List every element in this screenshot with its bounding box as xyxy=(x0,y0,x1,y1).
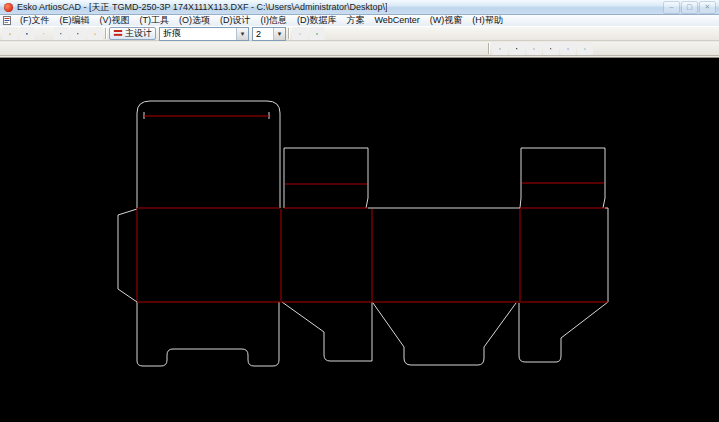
folders-icon xyxy=(94,28,96,40)
chevron-down-icon[interactable] xyxy=(236,28,248,40)
open-design-button[interactable] xyxy=(53,27,69,40)
open-button[interactable] xyxy=(2,27,18,40)
line-type-combo[interactable]: 折痕 xyxy=(159,27,249,41)
cut-line xyxy=(118,209,137,302)
cut-line xyxy=(605,208,608,302)
zoom-out-icon xyxy=(533,43,535,55)
view-mode-button[interactable] xyxy=(577,42,593,55)
main-design-button[interactable]: 主设计 xyxy=(109,27,156,40)
save-icon xyxy=(26,28,28,40)
menu-webcenter[interactable]: WebCenter xyxy=(370,15,425,26)
rebuild-button[interactable] xyxy=(560,42,576,55)
toolbar-separator xyxy=(288,28,290,39)
cut-line xyxy=(284,148,368,208)
design-import-icon xyxy=(77,28,79,40)
menu-view[interactable]: (V)视图 xyxy=(95,15,135,26)
main-design-icon xyxy=(113,28,123,38)
zoom-window-icon xyxy=(516,43,518,55)
zoom-in-icon xyxy=(499,43,501,55)
menu-help[interactable]: (H)帮助 xyxy=(467,15,508,26)
toolbar-separator xyxy=(105,28,107,39)
menu-window[interactable]: (W)视窗 xyxy=(425,15,468,26)
scale-to-fit-icon xyxy=(550,43,552,55)
cut-line xyxy=(137,101,280,208)
dieline-drawing xyxy=(0,58,719,422)
document-icon[interactable] xyxy=(3,16,11,25)
menu-edit[interactable]: (E)编辑 xyxy=(55,15,95,26)
chevron-down-icon[interactable] xyxy=(273,28,285,40)
zoom-window-button[interactable] xyxy=(509,42,525,55)
layers-button[interactable] xyxy=(309,27,325,40)
menu-file[interactable]: (F)文件 xyxy=(15,15,55,26)
design-browser-button[interactable] xyxy=(87,27,103,40)
menu-layout[interactable]: 方案 xyxy=(342,15,370,26)
artioscad-window: Esko ArtiosCAD - [天正 TGMD-250-3P 174X111… xyxy=(0,0,719,422)
print-button xyxy=(36,27,52,40)
main-design-icon xyxy=(113,28,123,40)
maximize-button[interactable]: ▢ xyxy=(681,1,698,14)
print-icon xyxy=(43,28,45,40)
zoom-out-button[interactable] xyxy=(526,42,542,55)
menu-options[interactable]: (O)选项 xyxy=(174,15,215,26)
line-type-value: 折痕 xyxy=(160,27,236,40)
line-properties-icon xyxy=(299,28,301,40)
open-folder-icon xyxy=(9,28,11,40)
save-button[interactable] xyxy=(19,27,35,40)
main-design-label: 主设计 xyxy=(125,27,152,40)
import-design-button[interactable] xyxy=(70,27,86,40)
menu-tools[interactable]: (T)工具 xyxy=(135,15,175,26)
cut-line xyxy=(282,302,372,361)
line-properties-button[interactable] xyxy=(292,27,308,40)
window-title: Esko ArtiosCAD - [天正 TGMD-250-3P 174X111… xyxy=(17,1,387,14)
main-toolbar: 主设计 折痕 2 xyxy=(0,26,719,41)
minimize-button[interactable]: – xyxy=(663,1,680,14)
cut-line xyxy=(137,302,279,366)
zoom-in-button[interactable] xyxy=(492,42,508,55)
menu-info[interactable]: (I)信息 xyxy=(256,15,293,26)
scale-to-fit-button[interactable] xyxy=(543,42,559,55)
rebuild-icon xyxy=(567,43,569,55)
pointage-combo[interactable]: 2 xyxy=(252,27,286,41)
design-window-icon xyxy=(60,28,62,40)
cut-line xyxy=(519,302,608,362)
layers-icon xyxy=(316,28,318,40)
drawing-canvas[interactable] xyxy=(0,57,719,422)
view-toolbar xyxy=(0,42,719,56)
menu-database[interactable]: (D)数据库 xyxy=(292,15,342,26)
menu-bar: (F)文件(E)编辑(V)视图(T)工具(O)选项(D)设计(I)信息(D)数据… xyxy=(0,15,719,26)
toolbar-separator xyxy=(488,43,490,54)
title-bar: Esko ArtiosCAD - [天正 TGMD-250-3P 174X111… xyxy=(0,0,719,15)
pointage-value: 2 xyxy=(253,29,273,39)
app-icon[interactable] xyxy=(4,3,13,12)
view-mode-icon xyxy=(584,43,586,55)
cut-line xyxy=(520,148,605,208)
close-button[interactable]: ✕ xyxy=(699,1,716,14)
menu-design[interactable]: (D)设计 xyxy=(215,15,256,26)
cut-line xyxy=(373,303,516,365)
window-controls: –▢✕ xyxy=(663,1,716,14)
